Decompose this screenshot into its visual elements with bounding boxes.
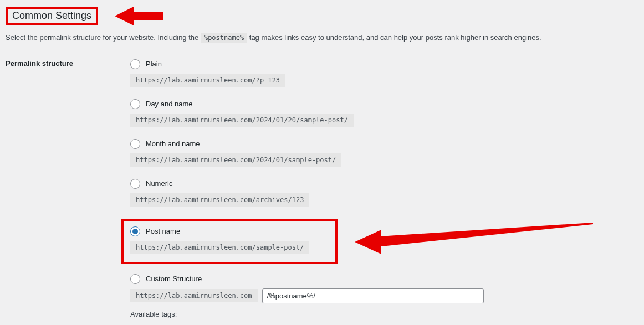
option-plain-example: https://lab.aamirmursleen.com/?p=123 <box>130 74 285 87</box>
radio-month[interactable] <box>130 139 140 149</box>
option-month-and-name[interactable]: Month and name https://lab.aamirmursleen… <box>130 139 633 167</box>
option-day-label: Day and name <box>146 100 193 108</box>
radio-day[interactable] <box>130 99 140 109</box>
available-tags-label: Available tags: <box>130 310 633 318</box>
option-postname-example: https://lab.aamirmursleen.com/sample-pos… <box>130 241 309 254</box>
option-month-example: https://lab.aamirmursleen.com/2024/01/sa… <box>130 153 341 167</box>
permalink-structure-label: Permalink structure <box>6 59 130 325</box>
option-day-and-name[interactable]: Day and name https://lab.aamirmursleen.c… <box>130 99 633 127</box>
svg-marker-3 <box>379 223 593 246</box>
radio-numeric[interactable] <box>130 179 140 189</box>
svg-marker-2 <box>355 230 381 254</box>
svg-rect-0 <box>131 12 163 20</box>
option-numeric-example: https://lab.aamirmursleen.com/archives/1… <box>130 193 309 207</box>
highlighted-post-name: Post name https://lab.aamirmursleen.com/… <box>121 219 338 264</box>
option-numeric[interactable]: Numeric https://lab.aamirmursleen.com/ar… <box>130 179 633 207</box>
option-custom-label: Custom Structure <box>146 275 202 283</box>
option-plain-label: Plain <box>146 60 162 68</box>
option-month-label: Month and name <box>146 140 200 148</box>
option-plain[interactable]: Plain https://lab.aamirmursleen.com/?p=1… <box>130 59 633 87</box>
radio-custom[interactable] <box>130 274 140 284</box>
radio-plain[interactable] <box>130 59 140 69</box>
option-post-name[interactable]: Post name https://lab.aamirmursleen.com/… <box>130 226 329 254</box>
svg-marker-1 <box>115 7 134 25</box>
postname-tag-code: %postname% <box>201 33 247 43</box>
radio-postname[interactable] <box>130 226 140 236</box>
annotation-arrow-heading <box>115 4 165 27</box>
option-custom[interactable]: Custom Structure https://lab.aamirmursle… <box>130 274 633 325</box>
page-heading: Common Settings <box>6 7 98 25</box>
option-day-example: https://lab.aamirmursleen.com/2024/01/20… <box>130 114 354 127</box>
custom-structure-prefix: https://lab.aamirmursleen.com <box>130 289 258 302</box>
option-postname-label: Post name <box>146 227 180 235</box>
custom-structure-input[interactable] <box>262 288 484 303</box>
page-description: Select the permalink structure for your … <box>6 32 633 44</box>
annotation-arrow-postname <box>355 220 593 264</box>
option-numeric-label: Numeric <box>146 179 172 188</box>
